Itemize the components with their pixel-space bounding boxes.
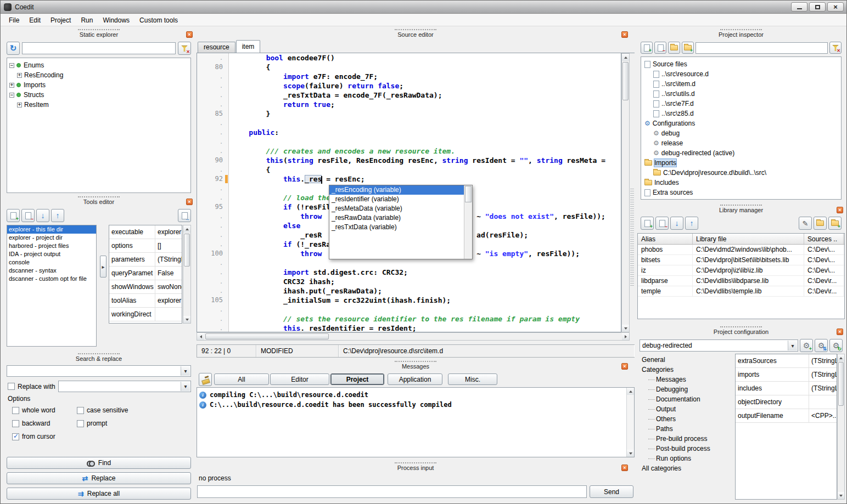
panel-header[interactable]: Search & replace [3,352,194,364]
config-category-item[interactable]: Pre-build process [640,434,725,444]
remove-source-button[interactable]: – [654,42,666,54]
minimize-button[interactable] [791,2,807,12]
config-category-tree[interactable]: GeneralCategoriesMessagesDebuggingDocume… [640,355,725,500]
clear-messages-button[interactable] [199,373,212,386]
close-panel-button[interactable] [186,31,193,38]
move-library-up-button[interactable] [685,217,698,230]
symbol-tree-item[interactable]: +Imports [7,80,190,90]
config-category-item[interactable]: Categories [640,365,725,375]
property-value[interactable]: (TStringL [155,256,182,263]
drag-grip[interactable] [78,29,120,30]
collapse-icon[interactable]: − [9,93,14,98]
drag-grip[interactable] [395,29,436,30]
property-row[interactable]: outputFilename<CPP>.. [736,409,837,423]
popup-scrollbar[interactable] [464,185,472,259]
tool-list-item[interactable]: dscanner - custom opt for file [7,275,96,283]
scroll-thumb[interactable] [184,234,190,267]
tool-list-item[interactable]: explorer - this file dir [7,225,96,234]
panel-header[interactable]: Project configuration [637,325,845,337]
checkbox-box[interactable] [12,420,19,427]
list-grid-splitter[interactable] [100,256,106,278]
tools-list[interactable]: explorer - this file direxplorer - proje… [7,225,97,347]
completion-item[interactable]: _resEncoding (variable) [329,185,472,195]
export-tools-button[interactable]: → [178,209,191,222]
column-header[interactable]: Alias [638,234,693,244]
panel-header[interactable]: Messages [197,360,635,372]
move-tool-down-button[interactable] [36,209,49,222]
scroll-down-button[interactable] [622,325,629,332]
symbol-tree-item[interactable]: −Enums [7,60,190,70]
configuration-combo[interactable]: debug-redirected [640,339,798,352]
config-category-item[interactable]: All categories [640,463,725,473]
symbol-tree-item[interactable]: +ResItem [7,100,190,110]
combo-dropdown-button[interactable] [181,366,190,376]
symbol-tree[interactable]: −Enums+ResEncoding+Imports−Structs+ResIt… [7,58,191,193]
property-row[interactable]: imports(TStringL [736,368,837,382]
tool-grid-scrollbar[interactable] [183,225,191,324]
close-button[interactable] [827,2,844,12]
checkbox-case-sensitive[interactable]: case sensitive [77,405,191,416]
property-value[interactable]: (TStringL [809,371,837,378]
menu-windows[interactable]: Windows [98,15,134,26]
property-row[interactable]: executableexplorer [109,225,182,239]
tool-list-item[interactable]: explorer - project dir [7,234,96,242]
library-row[interactable]: bitsetsC:\Dev\dproj\bitSet\lib\bitsets.l… [638,255,844,265]
project-tree[interactable]: Source files..\src\resource.d..\src\item… [641,56,842,200]
filter-clear-button[interactable]: ✕ [178,42,191,55]
replace-with-checkbox[interactable] [8,383,15,390]
edit-library-button[interactable] [799,217,812,230]
open-library-button[interactable] [814,217,827,230]
filter-clear-button[interactable]: ✕ [829,42,842,54]
message-row[interactable]: iC:\...\build\resource.d.coedit has been… [197,400,634,410]
project-tree-item[interactable]: ..\src\e7F.d [641,99,841,109]
panel-header[interactable]: Project inspector [637,28,845,40]
filter-application-button[interactable]: Application [388,373,442,385]
project-tree-item[interactable]: ..\src\utils.d [641,89,841,99]
tool-list-item[interactable]: dscanner - syntax [7,267,96,275]
menu-custom-tools[interactable]: Custom tools [134,15,183,26]
message-row[interactable]: icompiling C:\...\build\resource.d.coedi… [197,390,634,400]
add-library-button[interactable]: + [641,217,654,230]
combo-dropdown-button[interactable] [181,382,190,391]
code-editor[interactable]: .80....85....90.92..95....100....105... … [197,53,621,332]
property-value[interactable]: <CPP>.. [809,412,837,420]
messages-scrollbar[interactable] [626,388,634,457]
library-row[interactable]: templeC:\Dev\dlibs\temple.libC:\Dev\r... [638,286,844,297]
config-category-item[interactable]: Documentation [640,394,725,404]
property-value[interactable]: (TStringL [809,384,837,392]
replace-button[interactable]: Replace [7,472,191,484]
panel-header[interactable]: Process input [197,461,635,473]
popup-scroll-thumb[interactable] [465,186,472,202]
project-tree-item[interactable]: Includes [641,178,841,188]
close-panel-button[interactable] [837,329,843,335]
property-value[interactable]: (TStringL [809,357,837,365]
panel-header[interactable]: Tools editor [3,195,194,207]
property-row[interactable]: options[] [109,239,182,253]
property-row[interactable]: objectDirectory [736,395,837,409]
project-tree-item[interactable]: Source files [641,59,841,69]
checkbox-prompt[interactable]: prompt [77,418,191,429]
scroll-up-button[interactable] [627,388,634,395]
drag-grip[interactable] [395,361,436,362]
library-row[interactable]: izC:\Dev\dproj\iz\lib\iz.libC:\Dev\... [638,265,844,276]
remove-tool-button[interactable]: – [21,209,35,222]
config-category-item[interactable]: Post-build process [640,444,725,454]
property-value[interactable]: [] [155,242,182,250]
drag-grip[interactable] [78,353,120,354]
replace-all-button[interactable]: Replace all [7,488,191,500]
open-folder-button[interactable] [668,42,680,54]
close-panel-button[interactable] [837,207,843,213]
add-folder-button[interactable]: + [682,42,694,54]
scroll-up-button[interactable] [183,225,190,233]
filter-project-button[interactable]: Project [330,373,384,385]
tool-list-item[interactable]: IDA - project output [7,250,96,258]
panel-header[interactable]: Source editor [197,28,635,40]
config-grid-scrollbar[interactable] [837,354,845,500]
combo-dropdown-button[interactable] [788,341,797,350]
drag-grip[interactable] [395,462,436,463]
replace-term-combo[interactable] [58,381,191,392]
titlebar[interactable]: Coedit [1,1,846,14]
scroll-thumb[interactable] [622,62,629,100]
tool-list-item[interactable]: console [7,258,96,267]
close-panel-button[interactable] [621,465,628,471]
